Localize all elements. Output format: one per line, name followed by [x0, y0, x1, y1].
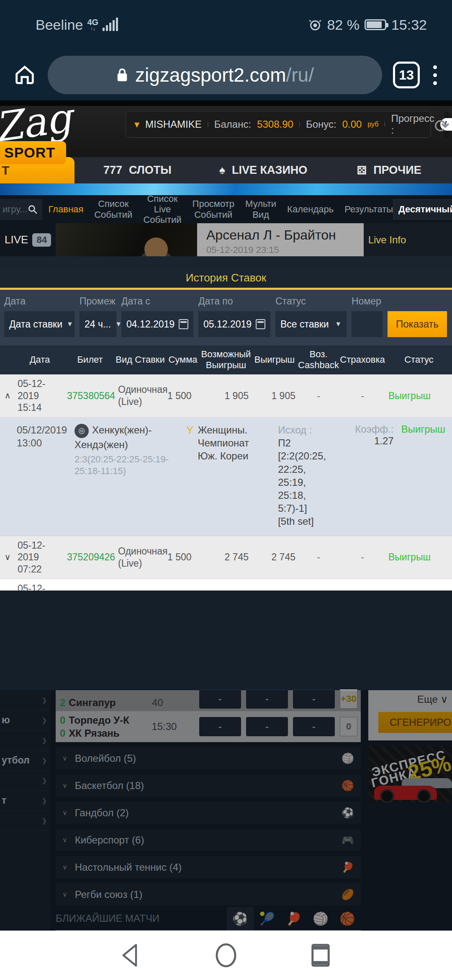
ticket-number[interactable]: 375209426: [64, 550, 116, 564]
more-link[interactable]: Еще ∨: [417, 694, 448, 705]
main-nav-tab[interactable]: ⚄ ПРОЧИЕ: [326, 164, 452, 177]
odds-button[interactable]: -: [246, 689, 288, 709]
more-odds-count[interactable]: +30: [340, 689, 357, 709]
match-datetime: 05-12-2019 23:15: [206, 245, 364, 255]
bet-status: Выигрыш: [386, 389, 452, 403]
search-input[interactable]: игру...: [0, 199, 42, 220]
filter-to-input[interactable]: 05.12.2019: [198, 311, 270, 337]
subnav-item[interactable]: Список Live Событий: [143, 193, 181, 225]
username[interactable]: MISHAMIKE: [145, 119, 202, 130]
filter-number-input[interactable]: [352, 311, 383, 337]
bet-date: 05-12-2019 07:22: [15, 539, 64, 576]
expand-icon[interactable]: ∨: [0, 551, 15, 563]
col-cashback: Воз. Cashback: [298, 349, 339, 371]
sport-tab[interactable]: 🏀: [334, 907, 361, 930]
home-icon[interactable]: [13, 63, 37, 87]
balance-value: 5308.90: [257, 119, 293, 130]
event-row-torpedo[interactable]: 0Торпедо У-К 0ХК Рязань 15:30 - - - 0: [56, 711, 361, 742]
android-recents-icon[interactable]: [307, 941, 334, 969]
odds-button[interactable]: -: [199, 717, 241, 736]
url-domain: zigzagsport2.com: [135, 64, 286, 86]
event-num: 40: [152, 697, 163, 709]
team-name: ХК Рязань: [69, 727, 119, 739]
table-tennis-icon: 🏓: [286, 911, 301, 926]
sport-accordion[interactable]: ∨ Киберспорт (6) 🎮: [56, 829, 361, 851]
subnav-item[interactable]: Просмотр Событий: [193, 199, 234, 220]
odds-button[interactable]: -: [199, 689, 241, 709]
live-label: LIVE: [5, 233, 28, 246]
collapse-icon[interactable]: ∧: [0, 389, 15, 402]
site-logo[interactable]: Zag: [0, 98, 74, 148]
history-title: История Ставок: [0, 268, 452, 288]
sport-accordion[interactable]: ∨ Баскетбол (18) 🏀: [56, 774, 361, 797]
ticket-number[interactable]: 375380564: [64, 389, 116, 403]
filter-status-select[interactable]: Все ставки▼: [275, 311, 347, 337]
bet-type: Одиночная (Live): [116, 544, 165, 570]
express-race-banner[interactable]: ЭКСПРЕСС ГОНКА 25%: [368, 745, 452, 802]
generate-button[interactable]: СГЕНЕРИРО: [378, 712, 452, 733]
sport-tab[interactable]: 🏓: [280, 907, 307, 930]
android-back-icon[interactable]: [118, 941, 145, 969]
rugby-icon: 🏉: [342, 889, 354, 900]
live-count-badge: 84: [32, 233, 51, 247]
chevron-down-icon: ∨: [62, 781, 67, 789]
odds-button[interactable]: -: [293, 717, 335, 736]
separator-dot: [208, 121, 208, 127]
event-row-singapore[interactable]: 2Сингапур 40 - - - +30: [56, 690, 361, 711]
basketball-icon: 🏀: [342, 780, 354, 792]
show-button[interactable]: Показать: [388, 311, 447, 337]
browser-menu-icon[interactable]: [431, 63, 439, 88]
sidebar-item[interactable]: ❯: [0, 690, 50, 710]
sport-tab[interactable]: 🎾: [254, 907, 280, 930]
sidebar-item[interactable]: ❯: [0, 730, 50, 750]
signal-icon: [103, 18, 118, 31]
bet-insurance: -: [339, 389, 386, 403]
progress-label: Прогресс :: [391, 113, 434, 136]
match-title: Арсенал Л - Брайтон: [206, 227, 364, 243]
col-insurance: Страховка: [339, 349, 386, 371]
chevron-down-icon: ∨: [440, 694, 448, 705]
main-nav-tab[interactable]: 777 СЛОТЫ: [74, 164, 200, 177]
user-caret-icon[interactable]: ▾: [134, 119, 139, 130]
tab-counter[interactable]: 13: [393, 62, 420, 88]
sidebar-item[interactable]: ю ❯: [0, 710, 50, 730]
sport-tab[interactable]: ⚽: [227, 907, 254, 930]
match-banner[interactable]: Арсенал Л - Брайтон 05-12-2019 23:15: [197, 223, 364, 256]
history-row-expanded[interactable]: ∧ 05-12-2019 15:14 375380564 Одиночная (…: [0, 374, 452, 418]
sport-accordion[interactable]: ∨ Регби союз (1) 🏉: [56, 883, 361, 905]
refresh-icon[interactable]: ⟳: [434, 115, 449, 137]
subnav-item[interactable]: Результаты: [344, 204, 393, 214]
football-icon: ⚽: [232, 911, 248, 926]
filter-date-select[interactable]: Дата ставки▼: [4, 311, 74, 337]
odds-button[interactable]: -: [246, 717, 288, 736]
live-info-link[interactable]: Live Info: [364, 223, 411, 256]
chevron-down-icon: ∨: [62, 836, 67, 844]
main-nav-tab[interactable]: ♠ LIVE КАЗИНО: [200, 164, 326, 177]
chevron-icon: ❯: [42, 697, 47, 704]
subnav-item[interactable]: Календарь: [287, 204, 334, 214]
calendar-icon[interactable]: [179, 319, 188, 329]
filter-interval-select[interactable]: 24 ч...▼: [80, 311, 116, 337]
more-odds-count[interactable]: 0: [340, 717, 357, 736]
history-row[interactable]: ∨ 05-12-2019 07:22 375209426 Одиночная (…: [0, 536, 452, 579]
sidebar-item[interactable]: ❯: [0, 811, 50, 831]
sport-tab[interactable]: 🏐: [307, 907, 334, 930]
sidebar-item[interactable]: утбол ❯: [0, 750, 50, 771]
live-strip-filler: [411, 223, 452, 256]
sport-accordion[interactable]: ∨ Настольный теннис (4) 🏓: [56, 856, 361, 878]
sidebar-item[interactable]: т ❯: [0, 791, 50, 811]
dimmed-page-content: ❯ ю ❯ ❯ утбол ❯ ❯: [0, 690, 452, 931]
sport-accordion[interactable]: ∨ Волейбол (5) 🏐: [56, 747, 361, 769]
calendar-icon[interactable]: [256, 319, 265, 329]
live-tab[interactable]: LIVE 84: [0, 223, 56, 256]
subnav-item[interactable]: Главная: [48, 204, 83, 214]
sport-accordion[interactable]: ∨ Гандбол (2) ⚽: [56, 802, 361, 824]
filter-from-input[interactable]: 04.12.2019: [121, 311, 193, 337]
url-bar[interactable]: zigzagsport2.com/ru/: [48, 56, 382, 94]
odds-format-select[interactable]: Десятичный▾: [393, 199, 452, 219]
subnav-item[interactable]: Список Событий: [94, 199, 132, 220]
subnav-item[interactable]: Мульти Вид: [245, 199, 276, 220]
sidebar-item[interactable]: ❯: [0, 771, 50, 791]
odds-button[interactable]: -: [293, 689, 335, 709]
android-home-icon[interactable]: [212, 941, 240, 969]
